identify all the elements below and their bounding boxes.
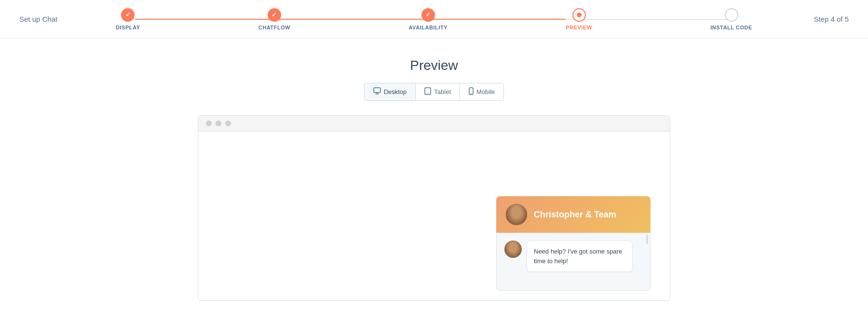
progress-stepper: DISPLAY CHATFLOW AVAILABILITY PREVIEW IN… [96, 8, 772, 30]
device-toggle-group: Desktop Tablet Mobile [364, 83, 504, 101]
browser-body: Christopher & Team Need help? I've got s… [198, 132, 670, 300]
step-label-chatflow: CHATFLOW [258, 25, 291, 30]
browser-dot-2 [216, 121, 221, 126]
mobile-icon [469, 87, 474, 96]
svg-point-2 [428, 93, 429, 94]
avatar-face [506, 204, 527, 225]
step-display[interactable]: DISPLAY [116, 8, 140, 30]
step-availability[interactable]: AVAILABILITY [408, 8, 448, 30]
step-circle-install [725, 8, 738, 22]
desktop-icon [373, 87, 381, 96]
step-label-preview: PREVIEW [566, 25, 592, 30]
step-circle-preview [572, 8, 586, 22]
browser-dot-1 [206, 121, 212, 126]
step-circle-chatflow [268, 8, 281, 22]
page-header: Set up Chat DISPLAY CHATFLOW AVAILABILIT… [0, 0, 868, 39]
svg-point-4 [471, 93, 472, 94]
chat-header: Christopher & Team [496, 196, 651, 233]
chat-scrollbar[interactable] [646, 235, 648, 288]
chat-body: Need help? I've got some spare time to h… [496, 233, 651, 291]
desktop-label: Desktop [384, 88, 407, 95]
message-bubble: Need help? I've got some spare time to h… [527, 241, 633, 272]
mobile-button[interactable]: Mobile [460, 83, 503, 100]
step-label-availability: AVAILABILITY [408, 25, 448, 30]
chat-header-name: Christopher & Team [534, 210, 616, 220]
stepper-steps: DISPLAY CHATFLOW AVAILABILITY PREVIEW IN… [116, 8, 752, 30]
main-content: Preview Desktop Tablet [0, 39, 868, 310]
mobile-label: Mobile [476, 88, 495, 95]
page-title: Preview [410, 58, 458, 73]
step-circle-availability [421, 8, 435, 22]
app-title: Set up Chat [19, 15, 96, 23]
step-label-display: DISPLAY [116, 25, 140, 30]
chat-widget: Christopher & Team Need help? I've got s… [496, 196, 651, 291]
svg-rect-0 [374, 88, 380, 93]
step-label-install: INSTALL CODE [710, 25, 752, 30]
browser-chrome [198, 116, 670, 132]
tablet-button[interactable]: Tablet [416, 83, 460, 100]
step-counter: Step 4 of 5 [772, 15, 849, 23]
step-circle-display [121, 8, 135, 22]
browser-preview: Christopher & Team Need help? I've got s… [198, 115, 670, 301]
chat-message-row: Need help? I've got some spare time to h… [504, 241, 642, 272]
tablet-icon [424, 87, 431, 96]
message-avatar [504, 241, 522, 258]
step-install-code[interactable]: INSTALL CODE [710, 8, 752, 30]
chat-avatar [506, 204, 527, 225]
step-preview[interactable]: PREVIEW [566, 8, 592, 30]
desktop-button[interactable]: Desktop [365, 83, 416, 100]
browser-dot-3 [225, 121, 231, 126]
step-chatflow[interactable]: CHATFLOW [258, 8, 291, 30]
chat-scroll-thumb [646, 235, 648, 244]
tablet-label: Tablet [434, 88, 451, 95]
